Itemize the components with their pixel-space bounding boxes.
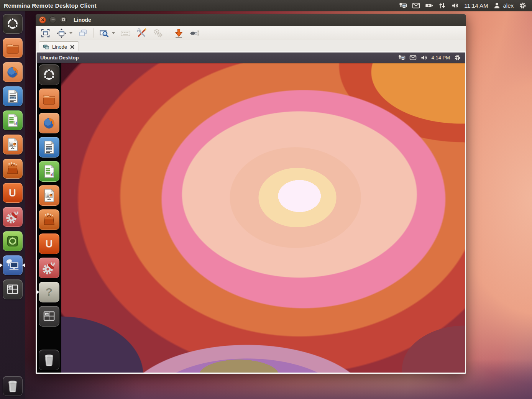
writer-document-icon [41,139,57,155]
writer-document-icon [5,88,21,104]
workspace-grid-icon [41,308,57,324]
firefox-icon [41,115,57,131]
question-mark-glyph: ? [46,286,53,299]
launcher-item-software-center[interactable] [3,159,23,179]
close-x-icon [41,18,45,22]
toggle-fullscreen-button[interactable] [39,27,51,39]
window-title: Linode [74,17,91,23]
remmina-indicator-icon[interactable] [399,2,407,10]
mail-envelope-icon[interactable] [412,2,420,10]
network-transfers-icon[interactable] [438,2,446,10]
gear-wrench-icon [41,260,57,276]
remote-launcher-item-workspace-switcher[interactable] [39,306,59,327]
wrench-screwdriver-icon [136,28,147,38]
remote-panel-indicators: 4:14 PM [398,54,465,61]
remote-launcher-item-libreoffice-calc[interactable] [39,161,59,182]
folder-icon [41,91,57,107]
screen: Remmina Remote Desktop Client 11:14 AM a… [0,0,532,399]
scaled-mode-options-caret[interactable] [112,32,115,34]
plug-icon [190,28,200,38]
remote-volume-icon[interactable] [420,54,428,61]
gears-icon [153,28,163,38]
fit-window-options-caret[interactable] [69,32,72,34]
launcher-item-system-settings[interactable] [3,207,23,227]
remote-launcher-item-trash[interactable] [39,350,59,370]
launcher-remmina-wrap [0,255,25,275]
host-panel-app-title: Remmina Remote Desktop Client [4,2,97,9]
trash-bucket-icon [41,352,57,368]
tools-button[interactable] [136,27,147,39]
battery-charging-icon[interactable] [425,2,433,10]
minimize-dash-icon [51,18,55,22]
volume-icon[interactable] [451,2,459,10]
launcher-item-ubuntu-one[interactable]: U [3,183,23,203]
user-menu[interactable]: alex [493,2,514,10]
calc-spreadsheet-icon [41,163,57,179]
host-clock[interactable]: 11:14 AM [464,2,488,9]
disconnect-button[interactable] [189,27,200,39]
preferences-button[interactable] [152,27,163,39]
gear-wrench-icon [5,209,21,225]
remote-launcher-item-firefox[interactable] [39,113,59,133]
remote-launcher-item-libreoffice-writer[interactable] [39,137,59,158]
fit-window-icon [56,28,67,38]
remote-launcher-item-libreoffice-impress[interactable] [39,185,59,206]
remote-launcher-item-software-center[interactable] [39,209,59,230]
window-close-button[interactable] [39,16,46,23]
launcher-item-update-manager[interactable] [3,231,23,251]
remote-session-gear-icon[interactable] [454,54,461,61]
tab-bar: Linode [36,40,466,52]
ubuntu-logo-icon [5,16,21,32]
grab-keyboard-button[interactable] [120,27,131,39]
folder-icon [5,40,21,56]
scaled-mode-magnifier-icon [99,28,109,38]
fullscreen-icon [40,28,51,38]
toggle-scaled-mode-button[interactable] [98,27,110,39]
session-gear-icon[interactable] [519,2,527,10]
remote-clock[interactable]: 4:14 PM [432,55,450,61]
launcher-item-home-folder[interactable] [3,38,23,58]
remote-launcher-item-unknown-app[interactable]: ? [39,282,59,302]
remote-launcher-item-home-folder[interactable] [39,89,59,109]
ubuntu-logo-icon [41,67,57,83]
window-minimize-button[interactable] [49,16,56,23]
shopping-bag-icon [41,212,57,228]
launcher-item-dash-home[interactable] [3,14,23,34]
remote-top-panel: Ubuntu Desktop 4:14 PM [37,53,465,63]
shopping-bag-icon [5,161,21,177]
launcher-item-trash[interactable] [3,376,23,396]
remote-remmina-indicator-icon[interactable] [398,54,406,61]
remote-mail-envelope-icon[interactable] [409,54,417,61]
remote-launcher-item-dash-home[interactable] [39,64,59,85]
calc-spreadsheet-icon [5,112,21,128]
remote-launcher-item-system-settings[interactable] [39,258,59,278]
maximize-square-icon [61,18,66,22]
tab-linode[interactable]: Linode [39,41,79,52]
remote-session-view[interactable]: Ubuntu Desktop 4:14 PM U [36,51,466,374]
launcher-item-libreoffice-writer[interactable] [3,86,23,106]
user-person-icon [493,2,501,10]
window-titlebar[interactable]: Linode [36,14,466,26]
host-launcher: U [0,11,25,399]
remote-launcher: U ? [37,63,61,373]
minimize-window-button[interactable] [173,27,184,39]
running-indicator-arrow [0,263,3,267]
launcher-item-workspace-switcher[interactable] [3,279,23,299]
tab-screens-icon [43,44,49,50]
launcher-item-firefox[interactable] [3,62,23,82]
window-maximize-button[interactable] [60,16,67,23]
switch-tab-pages-button[interactable] [77,27,89,39]
remote-launcher-item-ubuntu-one[interactable]: U [39,233,59,254]
ubuntu-one-letter: U [9,187,16,199]
launcher-item-remmina[interactable] [3,255,23,275]
toolbar-separator [168,28,168,38]
launcher-item-libreoffice-calc[interactable] [3,110,23,130]
window-toolbar [36,26,466,40]
remote-panel-title: Ubuntu Desktop [40,55,79,61]
tab-close-icon[interactable] [70,44,75,49]
username: alex [503,2,514,9]
remmina-window: Linode Linode Ub [36,14,466,374]
launcher-item-libreoffice-impress[interactable] [3,135,23,154]
fit-window-button[interactable] [56,27,67,39]
remote-desktop-wallpaper[interactable] [61,63,465,373]
